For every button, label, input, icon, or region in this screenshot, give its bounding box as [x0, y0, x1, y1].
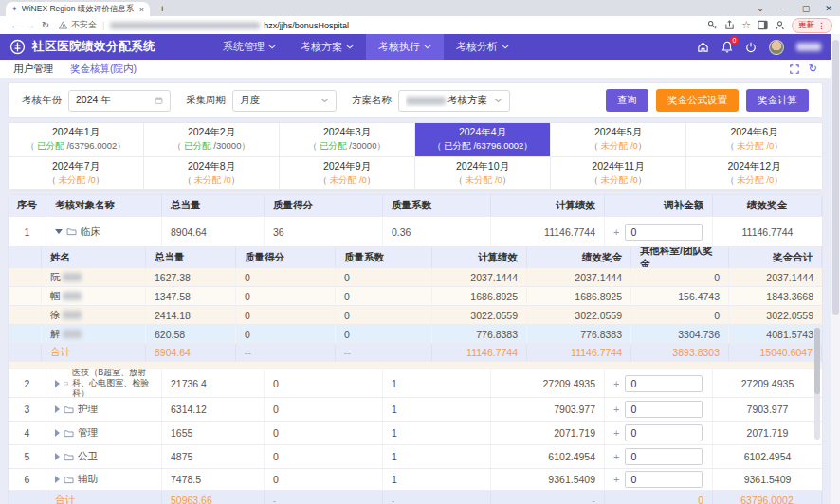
tab-search-icon[interactable]: ⌄ [749, 4, 772, 13]
row-name: 医技（B超室、放射科、心电图室、检验科） [72, 369, 153, 397]
month-cell-1[interactable]: 2024年1月（ 已分配 /63796.0002） [9, 123, 144, 157]
expand-arrow-icon[interactable] [55, 405, 60, 413]
browser-tab-bar: ✦ WiNEX Region 绩效评价信息系 × + ⌄ – ▢ ✕ [0, 0, 840, 16]
chevron-down-icon [494, 98, 502, 103]
paren: （ [590, 140, 601, 151]
url-box[interactable]: 不安全 | hzx/jjhs/bonusHospital [59, 19, 349, 31]
month-cell-8[interactable]: 2024年8月（ 未分配 /0） [144, 157, 280, 191]
chevron-down-icon [268, 45, 276, 49]
expand-toggle[interactable]: 医技（B超室、放射科、心电图室、检验科） [55, 369, 153, 397]
expand-arrow-icon[interactable] [55, 453, 60, 460]
page-scrollbar[interactable] [831, 34, 840, 504]
expand-toggle[interactable]: 公卫 [55, 450, 153, 462]
adjust-amount-input[interactable] [625, 448, 703, 465]
month-label: 2024年10月 [456, 160, 509, 173]
month-label: 2024年9月 [323, 160, 371, 173]
year-label: 考核年份 [22, 94, 62, 107]
expand-toggle[interactable]: 管理 [55, 426, 153, 439]
expand-toggle[interactable]: 护理 [55, 403, 153, 415]
month-cell-6[interactable]: 2024年6月（ 未分配 /0） [686, 123, 822, 157]
cell-score: -- [236, 344, 336, 361]
query-button[interactable]: 查询 [606, 89, 648, 112]
month-cell-2[interactable]: 2024年2月（ 已分配 /30000） [144, 123, 280, 157]
main-row-2: 2医技（B超室、放射科、心电图室、检验科）21736.40127209.4935… [9, 369, 822, 398]
browser-tab-title: WiNEX Region 绩效评价信息系 [22, 4, 136, 15]
cycle-select[interactable]: 月度 [232, 90, 337, 112]
expand-toggle[interactable]: 临床 [55, 225, 153, 238]
month-cell-10[interactable]: 2024年10月（ 未分配 /0） [415, 157, 551, 191]
nav-item-label: 考核分析 [456, 40, 498, 54]
expand-arrow-icon[interactable] [55, 429, 60, 437]
status-text: 已分配 [184, 140, 211, 151]
month-cell-3[interactable]: 2024年3月（ 已分配 /30000） [280, 123, 415, 157]
user-avatar[interactable] [769, 40, 784, 55]
collapse-arrow-icon[interactable] [55, 229, 63, 234]
staff-name-blurred [63, 330, 82, 338]
cell-indent [9, 287, 42, 305]
bookmark-star-icon[interactable]: ☆ [741, 19, 751, 31]
month-cell-11[interactable]: 2024年11月（ 未分配 /0） [551, 157, 686, 191]
month-status: （ 未分配 /0） [590, 174, 648, 187]
notification-bell-icon[interactable]: 0 [721, 41, 733, 53]
home-icon[interactable] [697, 41, 709, 53]
adjust-amount-input[interactable] [625, 424, 703, 441]
month-cell-7[interactable]: 2024年7月（ 未分配 /0） [9, 157, 144, 191]
refresh-icon[interactable]: ↻ [809, 63, 817, 75]
cell-name: 公卫 [46, 445, 162, 468]
reload-icon[interactable]: ↻ [38, 20, 53, 30]
url-blurred-segment [110, 22, 260, 29]
cell-bonus: 3022.0559 [527, 306, 631, 324]
staff-name-blurred [63, 273, 82, 281]
tab-close-icon[interactable]: × [139, 5, 144, 14]
scrollbar-thumb[interactable] [832, 40, 839, 315]
cell-indent [9, 344, 42, 361]
month-cell-4[interactable]: 2024年4月（ 已分配 /63796.0002） [415, 123, 551, 157]
nav-item-4[interactable]: 考核分析 [444, 34, 521, 60]
nav-item-label: 考核方案 [301, 40, 342, 54]
nav-item-3[interactable]: 考核执行 [366, 34, 444, 60]
minimize-icon[interactable]: – [772, 4, 794, 13]
chrome-menu-icon[interactable]: ⋮ [817, 21, 826, 30]
inner-table-scrollbar[interactable] [814, 328, 820, 440]
logout-power-icon[interactable] [745, 42, 757, 53]
cell-no: 4 [9, 422, 46, 444]
status-text: 已分配 [444, 140, 471, 151]
nav-item-label: 考核执行 [378, 40, 420, 54]
maximize-icon[interactable]: ▢ [794, 4, 817, 13]
tab-user-management[interactable]: 用户管理 [13, 63, 53, 76]
paren: ） [774, 174, 783, 185]
plan-select[interactable]: 考核方案 [398, 90, 510, 112]
status-text: 未分配 [737, 174, 764, 185]
month-cell-12[interactable]: 2024年12月（ 未分配 /0） [686, 157, 822, 191]
year-input[interactable] [68, 90, 171, 112]
adjust-amount-input[interactable] [625, 224, 703, 241]
expand-arrow-icon[interactable] [55, 476, 60, 483]
expand-toggle[interactable]: 辅助 [55, 473, 153, 485]
adjust-amount-input[interactable] [625, 471, 703, 488]
chrome-update-button[interactable]: 更新 ⋮ [792, 18, 832, 33]
password-key-icon[interactable] [707, 20, 718, 30]
nav-item-1[interactable]: 系统管理 [210, 34, 288, 60]
bonus-formula-button[interactable]: 奖金公式设置 [656, 89, 739, 112]
side-panel-icon[interactable] [758, 20, 768, 30]
tab-bonus-accounting[interactable]: 奖金核算(院内) [70, 63, 137, 76]
paren: ） [502, 174, 512, 185]
back-icon[interactable]: ← [8, 20, 23, 30]
expand-arrow-icon[interactable] [55, 380, 60, 387]
browser-tab[interactable]: ✦ WiNEX Region 绩效评价信息系 × [6, 2, 150, 16]
close-window-icon[interactable]: ✕ [817, 4, 840, 13]
forward-icon[interactable]: → [23, 20, 38, 30]
new-tab-button[interactable]: + [159, 2, 165, 16]
cell-calc: 6102.4954 [491, 445, 605, 468]
bonus-calc-button[interactable]: 奖金计算 [746, 89, 809, 112]
share-icon[interactable] [724, 20, 735, 30]
year-input-field[interactable] [76, 95, 155, 106]
nav-item-2[interactable]: 考核方案 [288, 34, 366, 60]
month-cell-9[interactable]: 2024年9月（ 未分配 /0） [280, 157, 415, 191]
profile-icon[interactable] [775, 20, 785, 30]
paren: ） [638, 174, 648, 185]
adjust-amount-input[interactable] [625, 375, 703, 392]
month-cell-5[interactable]: 2024年5月（ 未分配 /0） [551, 123, 686, 157]
adjust-amount-input[interactable] [625, 401, 703, 418]
fullscreen-icon[interactable] [790, 64, 799, 74]
